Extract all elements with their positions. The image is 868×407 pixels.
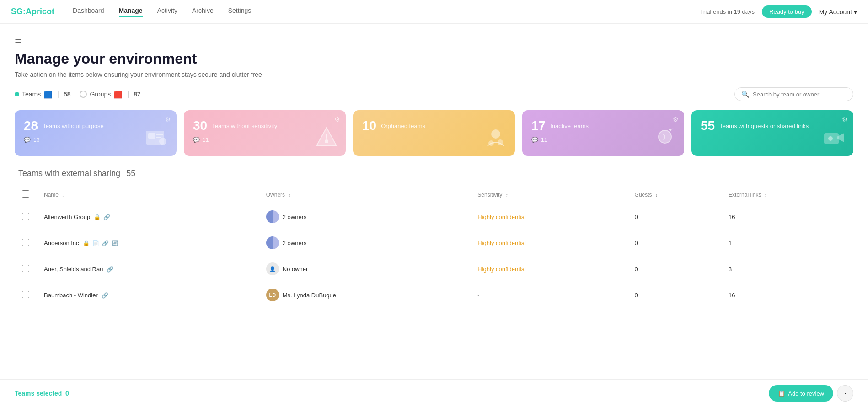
nav-activity[interactable]: Activity (157, 7, 177, 17)
link-icon: 🔗 (107, 266, 113, 273)
card-label-1: Teams without purpose (43, 123, 104, 129)
select-all-header (15, 186, 37, 204)
gear-icon[interactable]: ⚙ (165, 116, 171, 123)
search-input[interactable] (753, 91, 844, 98)
logo-sg: SG: (11, 7, 26, 16)
row-checkbox-2[interactable] (22, 265, 29, 272)
table-body: Altenwerth Group🔒🔗2 ownersHighly confide… (15, 204, 853, 308)
lock-icon: 🔒 (94, 214, 101, 220)
sort-icon-owners: ↕ (288, 193, 290, 198)
guests-value: 0 (627, 204, 722, 230)
card-number-5: 55 (701, 118, 715, 133)
sort-icon-name: ↓ (62, 193, 64, 198)
guests-value: 0 (627, 230, 722, 256)
divider: | (57, 91, 59, 98)
logo: SG:Apricot (11, 7, 54, 16)
external-links-value: 3 (721, 256, 853, 282)
trial-text: Trial ends in 19 days (700, 8, 755, 15)
team-name: Baumbach - Windler (44, 292, 98, 299)
select-all-checkbox[interactable] (22, 190, 29, 198)
team-name: Anderson Inc (44, 240, 79, 246)
gear-icon-2[interactable]: ⚙ (334, 116, 340, 123)
card-teams-without-sensitivity[interactable]: ⚙ 30 Teams without sensitivity 💬 11 (184, 110, 346, 156)
svg-point-8 (491, 129, 500, 139)
search-icon: 🔍 (741, 91, 749, 98)
card-meta-count-1: 13 (33, 137, 39, 143)
filter-icon[interactable]: ☰ (15, 35, 853, 45)
sort-icon-ext-links: ↕ (765, 193, 767, 198)
teams-icon: 🟦 (43, 90, 53, 99)
owner-name: 2 owners (283, 240, 307, 246)
card-illustration-2 (313, 124, 340, 151)
team-name: Altenwerth Group (44, 214, 90, 220)
main-content: ☰ Manage your environment Take action on… (0, 24, 868, 319)
external-links-value: 16 (721, 204, 853, 230)
card-teams-with-guests[interactable]: ⚙ 55 Teams with guests or shared links (691, 110, 853, 156)
my-account-button[interactable]: My Account ▾ (819, 8, 857, 16)
sensitivity-value: Highly confidential (477, 266, 526, 273)
card-inactive-teams[interactable]: ⚙ 17 Inactive teams 💬 11 z z (522, 110, 684, 156)
page-title: Manage your environment (15, 50, 853, 67)
dual-avatar (266, 210, 279, 223)
table-row: Baumbach - Windler🔗LDMs. Lynda DuBuque-0… (15, 282, 853, 308)
lock-icon: 🔒 (83, 240, 90, 246)
owner-name: 2 owners (283, 214, 307, 220)
card-label-3: Orphaned teams (381, 123, 425, 129)
sensitivity-value: Highly confidential (477, 214, 526, 220)
section-count: 55 (126, 169, 135, 178)
groups-radio (80, 91, 87, 98)
account-label: My Account (819, 8, 852, 16)
card-label-4: Inactive teams (550, 123, 589, 129)
comment-icon-2: 💬 (193, 137, 200, 143)
cards-row: ⚙ 28 Teams without purpose 💬 13 (15, 110, 853, 156)
table-row: Auer, Shields and Rau🔗👤No ownerHighly co… (15, 256, 853, 282)
teams-table: Name ↓ Owners ↕ Sensitivity ↕ Guests (15, 186, 853, 308)
table-header: Name ↓ Owners ↕ Sensitivity ↕ Guests (15, 186, 853, 204)
divider2: | (127, 91, 129, 98)
owner-cell: 👤No owner (266, 262, 463, 275)
nav-links: Dashboard Manage Activity Archive Settin… (73, 7, 700, 17)
owner-name: No owner (283, 266, 308, 273)
gear-icon-4[interactable]: ⚙ (673, 116, 679, 123)
card-illustration-3 (482, 124, 509, 151)
col-name[interactable]: Name ↓ (37, 186, 259, 204)
nav-archive[interactable]: Archive (192, 7, 214, 17)
team-icons: 🔗 (102, 292, 108, 299)
card-orphaned-teams[interactable]: 10 Orphaned teams (353, 110, 515, 156)
sort-icon-sensitivity: ↕ (506, 193, 508, 198)
navbar: SG:Apricot Dashboard Manage Activity Arc… (0, 0, 868, 24)
card-illustration-4: z z (651, 124, 679, 151)
row-checkbox-3[interactable] (22, 291, 29, 298)
svg-rect-1 (148, 133, 155, 139)
groups-count: 87 (134, 91, 141, 98)
owner-name: Ms. Lynda DuBuque (283, 292, 336, 299)
doc-icon: 📄 (92, 240, 99, 246)
owner-avatar: LD (266, 289, 279, 301)
nav-manage[interactable]: Manage (119, 7, 143, 17)
svg-point-10 (498, 139, 503, 145)
nav-dashboard[interactable]: Dashboard (73, 7, 104, 17)
col-guests-label: Guests (635, 192, 652, 198)
card-meta-count-2: 11 (203, 137, 209, 143)
card-label-2: Teams without sensitivity (212, 123, 277, 129)
sort-icon-guests: ↕ (655, 193, 658, 198)
external-links-value: 16 (721, 282, 853, 308)
gear-icon-5[interactable]: ⚙ (842, 116, 848, 123)
col-guests[interactable]: Guests ↕ (627, 186, 722, 204)
page-subtitle: Take action on the items below ensuring … (15, 71, 853, 78)
groups-icon: 🟥 (113, 90, 123, 99)
row-checkbox-0[interactable] (22, 213, 29, 220)
card-number-3: 10 (362, 118, 376, 133)
tab-groups[interactable]: Groups 🟥 | 87 (80, 90, 140, 99)
col-external-links[interactable]: External links ↕ (721, 186, 853, 204)
col-owners[interactable]: Owners ↕ (259, 186, 471, 204)
col-sensitivity[interactable]: Sensitivity ↕ (470, 186, 627, 204)
card-teams-without-purpose[interactable]: ⚙ 28 Teams without purpose 💬 13 (15, 110, 177, 156)
ready-to-buy-button[interactable]: Ready to buy (762, 5, 812, 18)
col-owners-label: Owners (266, 192, 285, 198)
tab-teams[interactable]: Teams 🟦 | 58 (15, 90, 70, 99)
no-owner-avatar: 👤 (266, 262, 279, 275)
search-box: 🔍 (734, 87, 853, 101)
row-checkbox-1[interactable] (22, 239, 29, 246)
nav-settings[interactable]: Settings (228, 7, 252, 17)
